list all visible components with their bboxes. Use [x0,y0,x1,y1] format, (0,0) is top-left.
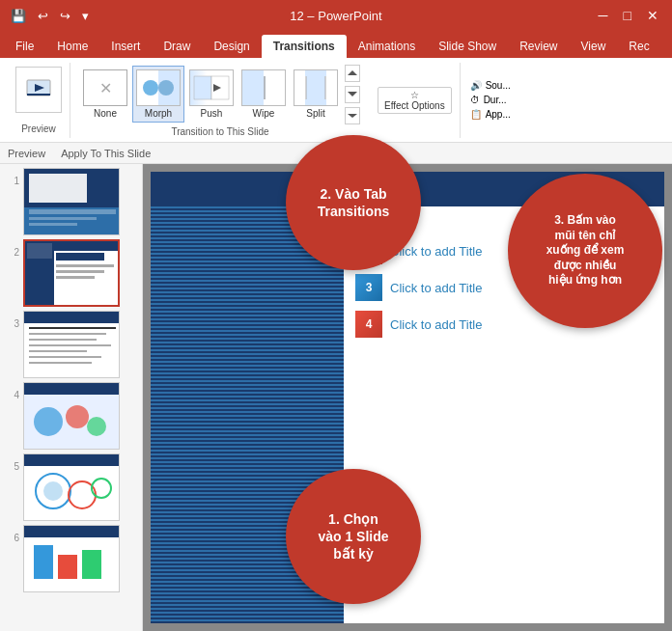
apply-subtitle: Apply To This Slide [61,148,151,159]
window-title: 12 – PowerPoint [290,9,381,23]
slide-thumb-6[interactable] [23,525,120,592]
tab-rec[interactable]: Rec [617,35,660,58]
tab-insert[interactable]: Insert [99,35,152,58]
tab-slideshow[interactable]: Slide Show [427,35,508,58]
tab-animations[interactable]: Animations [347,35,427,58]
svg-rect-17 [29,174,87,203]
svg-rect-31 [29,327,116,329]
svg-rect-19 [29,217,97,220]
slide-num-1: 1 [8,168,19,186]
bubble-choose-slide: 1. Chọn vào 1 Slide bất kỳ [286,469,421,604]
scroll-up-button[interactable] [345,65,360,82]
svg-rect-34 [29,344,111,346]
svg-point-40 [34,407,63,436]
push-box [189,69,234,106]
tab-home[interactable]: Home [45,35,99,58]
svg-rect-28 [27,243,52,259]
svg-rect-1 [27,94,50,96]
quick-access-more[interactable]: ▾ [79,7,92,25]
save-icon[interactable]: 💾 [8,7,29,25]
tab-file[interactable]: File [4,35,45,58]
more-arrow-icon [348,114,357,118]
effect-options-label: Effect Options [384,100,445,111]
up-arrow-icon [348,70,357,75]
redo-icon[interactable]: ↪ [57,7,73,25]
svg-rect-5 [194,76,211,99]
svg-rect-53 [82,550,101,579]
svg-rect-30 [24,312,120,323]
morph-box [136,69,181,106]
duration-icon: ⏱ [470,95,480,105]
main-area: 1 2 [0,164,672,631]
slide-thumb-5[interactable] [23,453,120,521]
preview-button[interactable] [15,67,62,113]
push-label: Push [201,108,223,119]
slide-num-3: 3 [8,311,19,329]
scroll-more-button[interactable] [345,107,360,124]
svg-rect-51 [34,545,53,579]
svg-point-4 [158,80,174,96]
preview-section: Preview [8,63,70,138]
cube-4: 4 [355,311,382,338]
svg-rect-18 [29,209,116,214]
svg-point-41 [66,405,89,428]
tab-view[interactable]: View [570,35,618,58]
split-box [294,69,338,106]
slide-thumb-row: 2 [8,239,134,307]
content-area: Conte Add a s 2 Click to add Title 3 Cli… [143,164,672,631]
tab-review[interactable]: Review [508,35,569,58]
svg-rect-20 [29,223,77,226]
split-label: Split [306,108,324,119]
slide-num-6: 6 [8,525,19,543]
transition-push[interactable]: Push [186,67,237,122]
window-controls: ─ □ ✕ [593,6,664,25]
wipe-box [241,69,286,106]
svg-rect-26 [56,270,104,273]
slide-num-4: 4 [8,382,19,400]
transition-to-slide-label: Transition to This Slide [80,126,360,137]
svg-point-46 [43,481,63,501]
timing-section: 🔊 Sou... ⏱ Dur... 📋 App... [464,78,517,122]
slide-item-text-4: Click to add Title [390,317,482,332]
tab-draw[interactable]: Draw [152,35,202,58]
svg-rect-39 [24,383,120,395]
minimize-button[interactable]: ─ [593,6,614,25]
none-box: ✕ [83,69,127,106]
slide-thumb-2[interactable] [23,239,120,307]
svg-rect-37 [29,362,92,364]
transition-morph[interactable]: Morph [132,66,184,123]
bubble-tab-transitions: 2. Vào Tab Transitions [286,135,421,270]
svg-rect-8 [246,76,266,99]
svg-rect-35 [29,350,87,352]
transition-none[interactable]: ✕ None [80,67,130,122]
tab-design[interactable]: Design [202,35,261,58]
slide-num-5: 5 [8,453,19,472]
svg-rect-52 [58,555,77,579]
close-button[interactable]: ✕ [641,6,664,25]
slide-panel: 1 2 [0,164,143,631]
apply-label: App... [486,109,511,120]
transition-wipe[interactable]: Wipe [238,67,289,122]
apply-row: 📋 App... [470,109,511,120]
maximize-button[interactable]: □ [618,6,637,25]
slide-thumb-4[interactable] [23,382,120,450]
svg-rect-27 [56,276,95,279]
down-arrow-icon [348,92,357,96]
bubble-arrow-click: 3. Bấm vào mũi tên chỉ xuống để xem được… [508,174,662,328]
svg-point-3 [143,80,158,96]
duration-label: Dur... [484,95,507,105]
slide-thumb-1[interactable] [23,168,120,235]
slide-num-2: 2 [8,239,19,258]
effect-icon: ☆ [410,90,419,100]
transition-split[interactable]: Split [291,67,341,122]
undo-icon[interactable]: ↩ [35,7,51,25]
svg-rect-24 [56,253,104,261]
slide-thumb-row: 5 [8,453,134,521]
scroll-down-button[interactable] [345,86,360,103]
effect-options-button[interactable]: ☆ Effect Options [378,87,452,114]
svg-rect-12 [306,76,325,99]
tab-transitions[interactable]: Transitions [262,35,347,58]
sound-row: 🔊 Sou... [470,80,511,91]
slide-thumb-3[interactable] [23,311,120,378]
title-bar-left: 💾 ↩ ↪ ▾ [8,7,92,25]
